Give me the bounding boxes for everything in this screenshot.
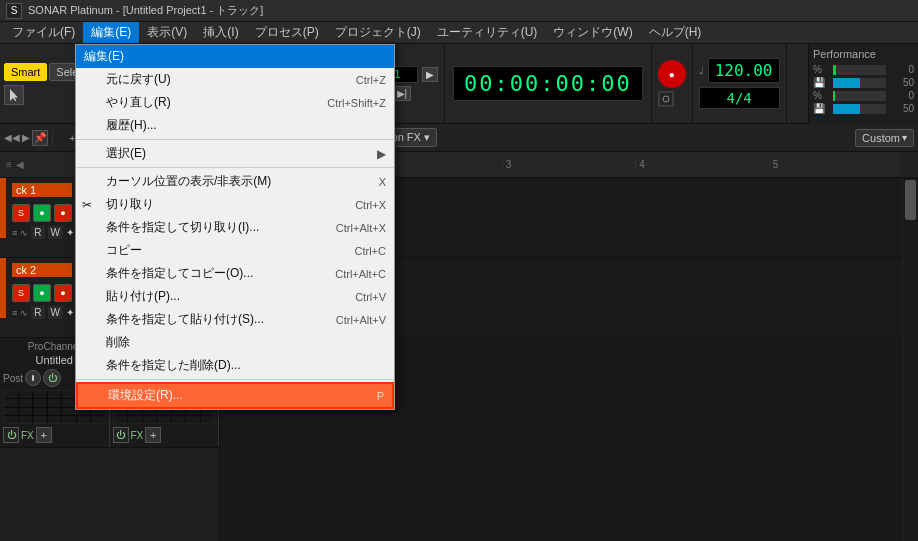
- menu-utility[interactable]: ユーティリティ(U): [429, 22, 546, 43]
- mem2-meter: 💾 50: [813, 103, 914, 114]
- custom-label: Custom: [862, 132, 900, 144]
- track-list-collapse-icon: ◀: [16, 159, 24, 170]
- menu-item-copy[interactable]: コピー Ctrl+C: [76, 239, 394, 262]
- next-marker-button[interactable]: ▶: [422, 67, 438, 82]
- track-send-icon: ≡: [12, 228, 17, 238]
- track-solo-2[interactable]: ●: [33, 284, 51, 302]
- title-text: SONAR Platinum - [Untitled Project1 - トラ…: [28, 3, 263, 18]
- scroll-top[interactable]: [903, 152, 918, 178]
- right-scrollbar[interactable]: [902, 152, 918, 541]
- menu-insert[interactable]: 挿入(I): [195, 22, 246, 43]
- end2-button[interactable]: ▶|: [393, 86, 412, 101]
- menu-item-delete[interactable]: 削除: [76, 331, 394, 354]
- ruler-mark-5: 5: [770, 159, 902, 170]
- track-star-icon: ✦: [66, 227, 74, 238]
- cut-icon: ✂: [82, 198, 92, 212]
- menu-header: 編集(E): [76, 45, 394, 68]
- menu-item-delete-special[interactable]: 条件を指定した削除(D)...: [76, 354, 394, 377]
- post-label-1: Post: [3, 373, 23, 384]
- title-bar: S SONAR Platinum - [Untitled Project1 - …: [0, 0, 918, 22]
- menu-process[interactable]: プロセス(P): [247, 22, 327, 43]
- menu-item-history[interactable]: 履歴(H)...: [76, 114, 394, 137]
- cpu-bar: [833, 65, 836, 75]
- track-mute-2[interactable]: S: [12, 284, 30, 302]
- power-btn-2[interactable]: ⏻: [113, 427, 129, 443]
- app-icon: S: [6, 3, 22, 19]
- menu-project[interactable]: プロジェクト(J): [327, 22, 429, 43]
- menu-file[interactable]: ファイル(F): [4, 22, 83, 43]
- mem2-bar: [833, 104, 860, 114]
- separator-3: [76, 379, 394, 380]
- track-w-btn-2[interactable]: W: [48, 306, 63, 319]
- track-name-1[interactable]: ck 1: [12, 183, 72, 197]
- disk-meter: 💾 50: [813, 77, 914, 88]
- menu-item-select[interactable]: 選択(E) ▶: [76, 142, 394, 165]
- cursor-tool-button[interactable]: [4, 85, 24, 105]
- cpu-value: 0: [890, 64, 914, 75]
- edit-dropdown-menu: 編集(E) 元に戻す(U) Ctrl+Z やり直し(R) Ctrl+Shift+…: [75, 44, 395, 410]
- post-knob-1[interactable]: [25, 370, 41, 386]
- menu-edit[interactable]: 編集(E): [83, 22, 139, 43]
- track-mute-1[interactable]: S: [12, 204, 30, 222]
- track-list-icon: ≡: [6, 159, 12, 170]
- pin-button[interactable]: 📌: [32, 130, 48, 146]
- disk-bar: [833, 78, 860, 88]
- svg-rect-1: [659, 92, 673, 106]
- collapse-button[interactable]: ◀◀: [4, 132, 20, 143]
- svg-marker-0: [10, 89, 18, 101]
- menu-item-undo[interactable]: 元に戻す(U) Ctrl+Z: [76, 68, 394, 91]
- menu-bar: ファイル(F) 編集(E) 表示(V) 挿入(I) プロセス(P) プロジェクト…: [0, 22, 918, 44]
- menu-item-preferences[interactable]: 環境設定(R)... P: [76, 382, 394, 409]
- menu-help[interactable]: ヘルプ(H): [641, 22, 710, 43]
- loop-button[interactable]: ●: [658, 60, 686, 88]
- menu-window[interactable]: ウィンドウ(W): [545, 22, 640, 43]
- power-btn-1[interactable]: ⏻: [3, 427, 19, 443]
- track-arm-2[interactable]: ●: [54, 284, 72, 302]
- menu-item-copy-special[interactable]: 条件を指定してコピー(O)... Ctrl+Alt+C: [76, 262, 394, 285]
- track-wave-icon-2: ∿: [20, 308, 28, 318]
- separator-1: [76, 139, 394, 140]
- track-color-bar: [0, 178, 6, 238]
- add-fx-1[interactable]: +: [36, 427, 52, 443]
- track-color-bar-2: [0, 258, 6, 318]
- custom-dropdown[interactable]: Custom ▾: [855, 129, 914, 147]
- menu-item-cut-special[interactable]: 条件を指定して切り取り(I)... Ctrl+Alt+X: [76, 216, 394, 239]
- menu-item-paste-special[interactable]: 条件を指定して貼り付け(S)... Ctrl+Alt+V: [76, 308, 394, 331]
- cpu-meter: % 0: [813, 64, 914, 75]
- ruler-mark-3: 3: [503, 159, 636, 170]
- menu-item-show-cursor[interactable]: カーソル位置の表示/非表示(M) X: [76, 170, 394, 193]
- bpm-display[interactable]: 120.00: [708, 58, 780, 83]
- track-wave-icon: ∿: [20, 228, 28, 238]
- track-name-2[interactable]: ck 2: [12, 263, 72, 277]
- menu-item-cut[interactable]: ✂ 切り取り Ctrl+X: [76, 193, 394, 216]
- fx-label-1: FX: [21, 430, 34, 441]
- track-solo-1[interactable]: ●: [33, 204, 51, 222]
- scroll-track[interactable]: [903, 178, 918, 541]
- separator-2: [76, 167, 394, 168]
- submenu-arrow-icon: ▶: [377, 147, 386, 161]
- time-sig-display[interactable]: 4/4: [699, 87, 780, 109]
- track-star-icon-2: ✦: [66, 307, 74, 318]
- ruler-mark-4: 4: [636, 159, 769, 170]
- menu-item-redo[interactable]: やり直し(R) Ctrl+Shift+Z: [76, 91, 394, 114]
- mem-meter: % 0: [813, 90, 914, 101]
- track-r-btn[interactable]: R: [31, 226, 44, 239]
- track-arm-1[interactable]: ●: [54, 204, 72, 222]
- menu-item-paste[interactable]: 貼り付け(P)... Ctrl+V: [76, 285, 394, 308]
- mem2-value: 50: [890, 103, 914, 114]
- mem-bar: [833, 91, 835, 101]
- menu-view[interactable]: 表示(V): [139, 22, 195, 43]
- performance-label: Performance: [813, 48, 914, 60]
- scroll-thumb[interactable]: [905, 180, 916, 220]
- time-display: 00:00:00:00: [453, 66, 643, 101]
- track-w-btn[interactable]: W: [48, 226, 63, 239]
- smart-tool-button[interactable]: Smart: [4, 63, 47, 81]
- track-send-icon-2: ≡: [12, 308, 17, 318]
- metronome-icon: [658, 91, 674, 107]
- track-r-btn-2[interactable]: R: [31, 306, 44, 319]
- power-knob-1[interactable]: ⏻: [43, 369, 61, 387]
- performance-panel: Performance % 0 💾 50 % 0 💾: [808, 44, 918, 124]
- add-fx-2[interactable]: +: [145, 427, 161, 443]
- custom-arrow-icon: ▾: [902, 132, 907, 143]
- expand-button[interactable]: ▶: [22, 132, 30, 143]
